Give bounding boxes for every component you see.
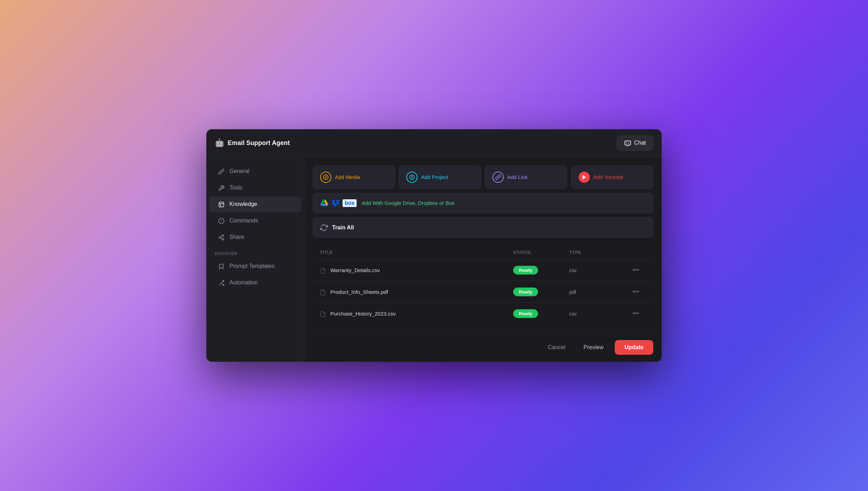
sidebar-item-commands[interactable]: Commands [209, 213, 301, 229]
file-icon-3 [320, 310, 326, 317]
sidebar-label-tools: Tools [229, 185, 242, 191]
dropbox-icon [331, 199, 340, 207]
train-icon [320, 223, 328, 232]
chat-bot-icon [624, 139, 631, 147]
sidebar-item-automation[interactable]: Automation [209, 275, 301, 291]
table-row: Purchase_History_2023.csv Ready csv ••• [313, 303, 653, 324]
wrench-icon [218, 184, 225, 192]
title-bar: 🤖 Email Support Agent Chat [206, 129, 662, 157]
type-label-1: csv [569, 268, 625, 273]
sidebar-item-general[interactable]: General [209, 164, 301, 179]
sidebar-item-knowledge[interactable]: Knowledge [209, 196, 301, 212]
file-cell-3: Purchase_History_2023.csv [320, 310, 513, 317]
chat-label: Chat [634, 140, 646, 146]
preview-button[interactable]: Preview [577, 340, 611, 355]
status-cell-1: Ready [513, 266, 569, 275]
add-media-label: Add Media [335, 174, 360, 180]
main-layout: General Tools Knowledge [206, 157, 662, 362]
file-name-1: Warranty_Details.csv [330, 267, 380, 273]
col-title: TITLE [320, 250, 513, 255]
file-cell-1: Warranty_Details.csv [320, 267, 513, 274]
add-link-icon [492, 172, 504, 183]
svg-point-7 [222, 238, 224, 240]
sidebar-label-share: Share [229, 234, 244, 240]
col-status: STATUS [513, 250, 569, 255]
sidebar-label-automation: Automation [229, 279, 258, 286]
svg-line-9 [220, 236, 222, 237]
discover-label: DISCOVER [206, 246, 304, 258]
add-link-label: Add Link [507, 174, 528, 180]
pencil-icon [218, 168, 225, 175]
cloud-storage-row[interactable]: box Add With Google Drive, Dropbox or Bo… [313, 193, 653, 213]
col-type: TYPE [569, 250, 625, 255]
file-cell-2: Product_Info_Sheets.pdf [320, 288, 513, 296]
svg-point-6 [219, 237, 221, 238]
svg-line-8 [220, 238, 222, 239]
add-project-label: Add Project [421, 174, 448, 180]
cancel-button[interactable]: Cancel [541, 340, 572, 355]
content-scroll: Add Media Add Project [304, 157, 662, 333]
add-project-button[interactable]: Add Project [399, 166, 481, 189]
title-bar-left: 🤖 Email Support Agent [215, 138, 290, 147]
table-row: Warranty_Details.csv Ready csv ••• [313, 259, 653, 281]
cloud-icons: box [320, 199, 357, 207]
sidebar-item-prompt-templates[interactable]: Prompt Templates [209, 258, 301, 274]
train-all-button[interactable]: Train All [313, 217, 653, 238]
sidebar-item-tools[interactable]: Tools [209, 180, 301, 196]
box-icon: box [343, 199, 357, 207]
agent-emoji: 🤖 [215, 138, 224, 147]
status-badge-1: Ready [513, 266, 538, 275]
add-link-button[interactable]: Add Link [485, 166, 567, 189]
file-name-3: Purchase_History_2023.csv [330, 311, 396, 317]
svg-point-1 [626, 143, 627, 144]
chat-button[interactable]: Chat [617, 136, 653, 151]
bookmark-icon [218, 263, 225, 270]
svg-point-5 [222, 235, 224, 237]
status-cell-2: Ready [513, 288, 569, 296]
content-area: Add Media Add Project [304, 157, 662, 362]
footer: Cancel Preview Update [304, 333, 662, 362]
google-drive-icon [320, 199, 329, 207]
agent-title: Email Support Agent [228, 139, 290, 147]
sidebar-item-share[interactable]: Share [209, 229, 301, 245]
svg-rect-3 [219, 202, 224, 207]
status-badge-3: Ready [513, 309, 538, 318]
sidebar-label-commands: Commands [229, 217, 258, 224]
terminal-icon [218, 217, 225, 224]
more-options-2[interactable]: ••• [625, 287, 646, 297]
status-cell-3: Ready [513, 309, 569, 318]
type-label-3: csv [569, 311, 625, 317]
status-badge-2: Ready [513, 288, 538, 296]
add-buttons-row: Add Media Add Project [313, 166, 653, 189]
table-row: Product_Info_Sheets.pdf Ready pdf ••• [313, 281, 653, 303]
app-window: 🤖 Email Support Agent Chat [206, 129, 662, 362]
svg-marker-18 [583, 175, 586, 179]
add-media-icon [320, 172, 331, 183]
automation-icon [218, 279, 225, 286]
table-header: TITLE STATUS TYPE [313, 247, 653, 258]
file-icon-2 [320, 288, 326, 296]
add-youtube-label: Add Youtube [593, 174, 623, 180]
type-label-2: pdf [569, 289, 625, 295]
sidebar-label-knowledge: Knowledge [229, 201, 257, 207]
svg-point-2 [628, 143, 629, 144]
share-icon [218, 234, 225, 241]
cloud-storage-text: Add With Google Drive, Dropbox or Box [361, 200, 454, 206]
add-project-icon [406, 172, 418, 183]
more-options-1[interactable]: ••• [625, 265, 646, 275]
sidebar-label-general: General [229, 168, 249, 174]
svg-rect-0 [625, 141, 631, 145]
add-youtube-icon [579, 172, 590, 183]
sidebar-label-prompt-templates: Prompt Templates [229, 263, 275, 269]
update-button[interactable]: Update [615, 340, 653, 355]
more-options-3[interactable]: ••• [625, 309, 646, 319]
add-youtube-button[interactable]: Add Youtube [571, 166, 653, 189]
file-icon-1 [320, 267, 326, 274]
file-name-2: Product_Info_Sheets.pdf [330, 289, 388, 295]
book-icon [218, 201, 225, 208]
add-media-button[interactable]: Add Media [313, 166, 395, 189]
train-all-label: Train All [332, 224, 354, 231]
sidebar: General Tools Knowledge [206, 157, 304, 362]
